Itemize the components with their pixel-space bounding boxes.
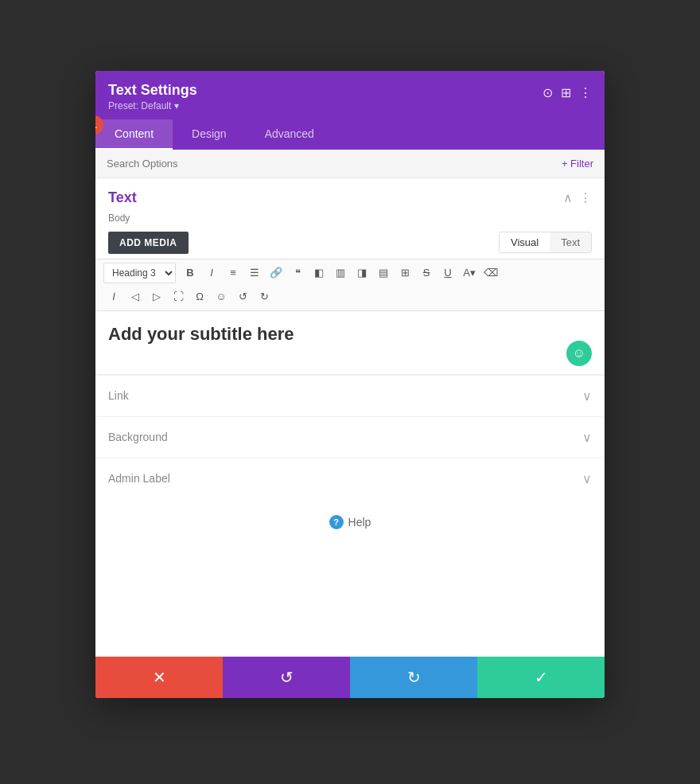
section-controls: ∧ ⋮ — [563, 190, 592, 205]
focus-icon[interactable]: ⊙ — [542, 85, 553, 100]
body-label: Body — [95, 213, 605, 228]
align-center-button[interactable]: ▥ — [330, 263, 351, 283]
editor-top-row: ADD MEDIA Visual Text — [95, 228, 605, 259]
toolbar-row-1: Heading 3 Heading 1 Heading 2 Heading 4 … — [103, 263, 597, 283]
text-toggle[interactable]: Text — [550, 232, 591, 252]
header-icons: ⊙ ⊞ ⋮ — [542, 85, 592, 100]
text-color-button[interactable]: A▾ — [459, 263, 480, 283]
add-media-button[interactable]: ADD MEDIA — [108, 232, 189, 254]
save-button[interactable]: ✓ — [477, 657, 605, 698]
blockquote-button[interactable]: ❝ — [287, 263, 308, 283]
panel-title: Text Settings — [108, 82, 197, 99]
strikethrough-button[interactable]: S — [416, 263, 437, 283]
editor-toolbar: Heading 3 Heading 1 Heading 2 Heading 4 … — [95, 259, 605, 311]
clear-format-button[interactable]: ⌫ — [480, 263, 501, 283]
omega-button[interactable]: Ω — [189, 287, 210, 307]
help-section[interactable]: ? Help — [95, 499, 605, 545]
fullscreen-button[interactable]: ⛶ — [168, 287, 189, 307]
tab-content[interactable]: Content — [95, 119, 173, 150]
redo-button[interactable]: ↻ — [254, 287, 274, 307]
preset-selector[interactable]: Preset: Default ▾ — [108, 100, 197, 111]
tab-advanced[interactable]: Advanced — [246, 119, 333, 150]
help-label: Help — [348, 516, 371, 529]
link-button[interactable]: 🔗 — [266, 263, 286, 283]
table-button[interactable]: ⊞ — [395, 263, 415, 283]
cancel-button[interactable]: ✕ — [95, 657, 223, 698]
background-section[interactable]: Background ∨ — [95, 416, 605, 458]
layout-icon[interactable]: ⊞ — [561, 85, 571, 100]
tab-bar: Content Design Advanced — [95, 119, 605, 150]
align-left-button[interactable]: ◧ — [309, 263, 329, 283]
undo-button[interactable]: ↺ — [232, 287, 253, 307]
header-left: Text Settings Preset: Default ▾ — [108, 82, 197, 111]
bold-button[interactable]: B — [180, 263, 200, 283]
filter-button[interactable]: + Filter — [562, 158, 593, 170]
unordered-list-button[interactable]: ≡ — [223, 263, 243, 283]
collapse-icon[interactable]: ∧ — [563, 190, 573, 205]
tab-design[interactable]: Design — [173, 119, 246, 150]
section-more-icon[interactable]: ⋮ — [579, 190, 592, 205]
ordered-list-button[interactable]: ☰ — [244, 263, 265, 283]
admin-label-section[interactable]: Admin Label ∨ — [95, 458, 605, 499]
editor-area[interactable]: Add your subtitle here ☺ — [95, 311, 605, 375]
undo-history-button[interactable]: ↺ — [223, 657, 350, 698]
search-bar: + Filter — [95, 150, 605, 178]
background-label: Background — [108, 431, 168, 443]
admin-label-text: Admin Label — [108, 472, 170, 485]
bottom-bar: ✕ ↺ ↻ ✓ — [95, 657, 605, 698]
underline-button[interactable]: U — [438, 263, 458, 283]
link-section[interactable]: Link ∨ — [95, 375, 605, 416]
admin-label-chevron-icon: ∨ — [582, 471, 592, 486]
panel-header: Text Settings Preset: Default ▾ ⊙ ⊞ ⋮ — [95, 71, 605, 119]
text-section-title: Text — [108, 189, 137, 206]
indent-button[interactable]: I — [103, 287, 124, 307]
outdent-button[interactable]: ◁ — [125, 287, 146, 307]
smile-icon: ☺ — [573, 346, 585, 361]
emoji-button[interactable]: ☺ — [211, 287, 231, 307]
help-icon: ? — [329, 515, 344, 529]
link-label: Link — [108, 389, 129, 402]
search-input[interactable] — [107, 158, 562, 170]
more-options-icon[interactable]: ⋮ — [579, 85, 592, 100]
italic-button[interactable]: I — [201, 263, 222, 283]
editor-content[interactable]: Add your subtitle here — [108, 324, 592, 345]
toolbar-row-2: I ◁ ▷ ⛶ Ω ☺ ↺ ↻ — [103, 287, 597, 307]
align-justify-button[interactable]: ▤ — [373, 263, 394, 283]
indent-right-button[interactable]: ▷ — [146, 287, 167, 307]
align-right-button[interactable]: ◨ — [352, 263, 372, 283]
notification-badge[interactable]: ☺ — [566, 341, 592, 366]
background-chevron-icon: ∨ — [582, 430, 592, 445]
visual-toggle[interactable]: Visual — [500, 232, 550, 252]
heading-select[interactable]: Heading 3 Heading 1 Heading 2 Heading 4 … — [103, 263, 176, 283]
panel-content: Text ∧ ⋮ Body ADD MEDIA Visual Text Head… — [95, 178, 605, 545]
text-section-header: Text ∧ ⋮ — [95, 178, 605, 213]
visual-text-toggle: Visual Text — [499, 232, 592, 253]
link-chevron-icon: ∨ — [582, 388, 592, 404]
redo-history-button[interactable]: ↻ — [350, 657, 477, 698]
